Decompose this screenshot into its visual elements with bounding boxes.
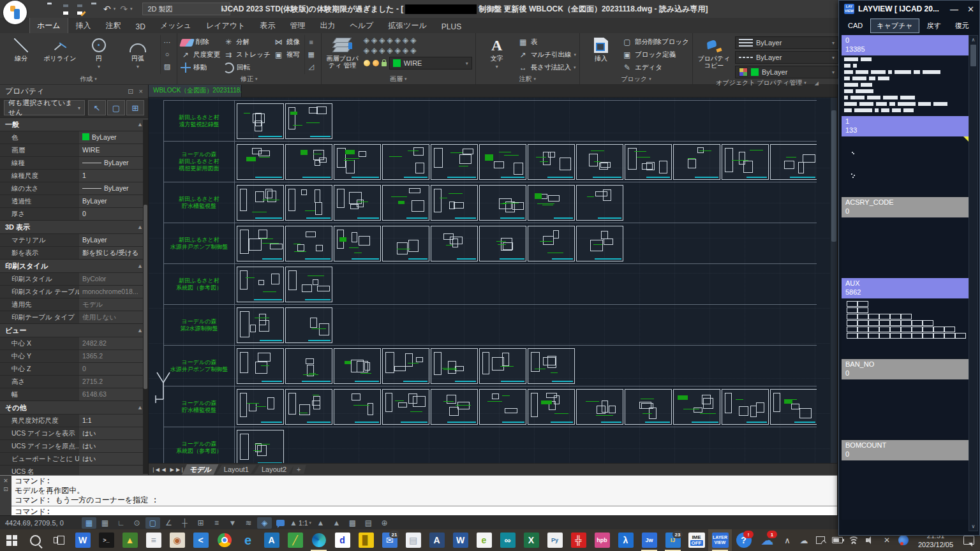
drawing-sheet[interactable] bbox=[334, 389, 381, 425]
ribbon-button-ポリライン[interactable]: ポリライン bbox=[42, 35, 78, 74]
property-value[interactable]: ByLayer bbox=[79, 234, 148, 246]
drawing-sheet[interactable] bbox=[237, 389, 284, 425]
taskbar-ime[interactable]: IMEOFF bbox=[685, 529, 708, 551]
ribbon-tab-レイアウト[interactable]: レイアウト bbox=[199, 18, 252, 33]
layview-scrollbar[interactable]: ∧ ∨ bbox=[969, 35, 978, 531]
dynamic-ucs-icon[interactable]: ┼ bbox=[177, 517, 192, 529]
drawing-sheet[interactable] bbox=[431, 226, 478, 261]
layer-chip-icon[interactable]: ◈ bbox=[371, 36, 377, 45]
drawing-sheet[interactable] bbox=[237, 185, 284, 221]
document-tab[interactable]: WBLOCK（全図面）20231118.dwg✕ bbox=[148, 84, 242, 97]
layer-chip-icon[interactable]: ◈ bbox=[371, 47, 377, 55]
ribbon-tab-出力[interactable]: 出力 bbox=[313, 18, 342, 33]
property-value[interactable]: ByColor bbox=[79, 273, 148, 285]
ribbon-button-分解[interactable]: ✳分解 bbox=[223, 36, 271, 48]
new-file-icon[interactable] bbox=[33, 4, 43, 14]
property-dropdown-ByLayer[interactable]: ByLayer▾ bbox=[735, 66, 838, 78]
first-tab-icon[interactable]: ❘◀ bbox=[151, 467, 160, 473]
property-value[interactable]: 1:1 bbox=[79, 415, 148, 427]
drawing-row-label[interactable]: 新田ふるさと村水源井戸ポンプ制御盤 bbox=[163, 223, 235, 263]
drawing-sheet[interactable] bbox=[382, 389, 429, 425]
drawing-sheet[interactable] bbox=[285, 144, 332, 180]
drawing-sheet[interactable] bbox=[237, 348, 284, 384]
property-value[interactable]: 6148.63 bbox=[79, 388, 148, 400]
layview-item-BAN_NO[interactable]: BAN_NO0 bbox=[842, 359, 969, 439]
ribbon-button-表[interactable]: ▦表 bbox=[518, 36, 576, 48]
next-tab-icon[interactable]: ▶ bbox=[168, 467, 176, 473]
layview-item-0[interactable]: 013385 bbox=[842, 35, 969, 115]
drawing-sheet[interactable] bbox=[625, 144, 672, 180]
taskbar-python[interactable]: Py bbox=[543, 529, 567, 551]
drawing-sheet[interactable] bbox=[334, 226, 381, 261]
drawing-sheet[interactable] bbox=[479, 389, 526, 425]
ribbon-button-エディタ[interactable]: ✎エディタ bbox=[622, 62, 689, 73]
clean-screen-icon[interactable]: ⊕ bbox=[377, 517, 392, 529]
layer-header[interactable]: 013385 bbox=[842, 35, 969, 55]
trim-icon[interactable]: ◿ bbox=[306, 61, 316, 71]
drawing-sheet[interactable] bbox=[576, 185, 623, 221]
taskbar-powerbi[interactable]: ▊ bbox=[354, 529, 378, 551]
taskbar-vscode[interactable]: < bbox=[189, 529, 212, 551]
print-icon[interactable] bbox=[89, 4, 99, 14]
layview-button-戻す[interactable]: 戻す bbox=[921, 18, 947, 33]
drawing-sheet[interactable] bbox=[237, 226, 284, 261]
taskbar-d-app[interactable]: d bbox=[330, 529, 354, 551]
property-value[interactable]: はい bbox=[79, 453, 148, 465]
drawing-sheet[interactable] bbox=[285, 389, 332, 425]
drawing-sheet[interactable] bbox=[576, 226, 623, 261]
property-section-印刷スタイル[interactable]: 印刷スタイル▲ bbox=[0, 259, 148, 272]
taskbar-tera-app[interactable]: ╬ bbox=[567, 529, 590, 551]
toggle-pickadd-icon[interactable]: ⊞ bbox=[126, 100, 144, 115]
layer-chip-icon[interactable]: ◈ bbox=[410, 36, 416, 45]
drawing-row-label[interactable]: 新田ふるさと村貯水槽監視盤 bbox=[163, 182, 235, 223]
drawing-sheet[interactable] bbox=[285, 185, 332, 221]
ribbon-button-移動[interactable]: 移動 bbox=[181, 62, 220, 73]
drawing-sheet[interactable] bbox=[237, 430, 284, 463]
layview-button-復元[interactable]: 復元 bbox=[949, 18, 976, 33]
layview-item-ACSRY_CODE[interactable]: ACSRY_CODE0 bbox=[842, 197, 969, 277]
comment-icon[interactable] bbox=[273, 517, 288, 529]
taskbar-chrome[interactable] bbox=[212, 529, 236, 551]
scroll-up-icon[interactable]: ∧ bbox=[972, 37, 976, 43]
layer-header[interactable]: BAN_NO0 bbox=[842, 359, 969, 379]
taskbar-task-view[interactable] bbox=[47, 529, 71, 551]
taskbar-word[interactable]: W bbox=[449, 529, 472, 551]
layer-thaw-icon[interactable] bbox=[373, 60, 379, 66]
property-value[interactable]: 2482.82 bbox=[79, 337, 148, 349]
layer-chip-icon[interactable]: ◈ bbox=[364, 47, 369, 55]
prev-tab-icon[interactable]: ◀ bbox=[160, 467, 168, 473]
save-icon[interactable] bbox=[61, 4, 71, 14]
taskbar-text-editor[interactable]: ≡ bbox=[142, 529, 165, 551]
property-section-3D 表示[interactable]: 3D 表示▲ bbox=[0, 220, 148, 233]
drawing-sheet[interactable] bbox=[285, 307, 332, 343]
property-value[interactable]: 2715.2 bbox=[79, 376, 148, 388]
snap-mode-icon[interactable]: ▦ bbox=[82, 517, 96, 529]
property-value[interactable]: WIRE bbox=[79, 144, 148, 156]
ribbon-tab-ホーム[interactable]: ホーム bbox=[29, 17, 68, 33]
taskbar-search[interactable] bbox=[24, 529, 47, 551]
object-snap-tracking-icon[interactable]: ∠ bbox=[161, 517, 176, 529]
open-file-icon[interactable] bbox=[47, 4, 57, 14]
dialog-launcher-icon[interactable]: ◢ bbox=[815, 80, 819, 86]
property-value[interactable]: ByLayer bbox=[79, 195, 148, 207]
drawing-sheet[interactable] bbox=[479, 144, 526, 180]
properties-scrollbar[interactable] bbox=[143, 120, 148, 474]
drawing-row-label[interactable]: 新田ふるさと村遠方監視記録盤 bbox=[163, 101, 235, 141]
drawing-sheet[interactable] bbox=[576, 144, 623, 180]
layer-header[interactable]: BOMCOUNT0 bbox=[842, 440, 969, 460]
ribbon-button-複写[interactable]: ▣複写 bbox=[274, 49, 300, 61]
property-value[interactable]: 使用しない bbox=[79, 311, 148, 323]
ribbon-tab-PLUS[interactable]: PLUS bbox=[434, 20, 468, 33]
taskbar-ijcad-dwg[interactable]: W bbox=[71, 529, 94, 551]
layer-chip-icon[interactable]: ◈ bbox=[395, 36, 401, 45]
minimize-icon[interactable]: — bbox=[950, 4, 958, 14]
ribbon-tab-ヘルプ[interactable]: ヘルプ bbox=[343, 18, 380, 33]
model-space-view[interactable]: 新田ふるさと村遠方監視記録盤ヨーデルの森新田ふるさと村構想更新用図面新田ふるさと… bbox=[148, 98, 837, 463]
taskbar-stamp-tool[interactable]: ╱ bbox=[283, 529, 307, 551]
lineweight-display-icon[interactable]: ≡ bbox=[209, 517, 224, 529]
taskbar-irfanview[interactable]: ▲ bbox=[118, 529, 142, 551]
drawing-sheet[interactable] bbox=[528, 185, 575, 221]
annotation-visibility-icon[interactable]: ▲ bbox=[329, 517, 344, 529]
drawing-sheet[interactable] bbox=[285, 348, 332, 384]
drawing-sheet[interactable] bbox=[528, 348, 575, 384]
